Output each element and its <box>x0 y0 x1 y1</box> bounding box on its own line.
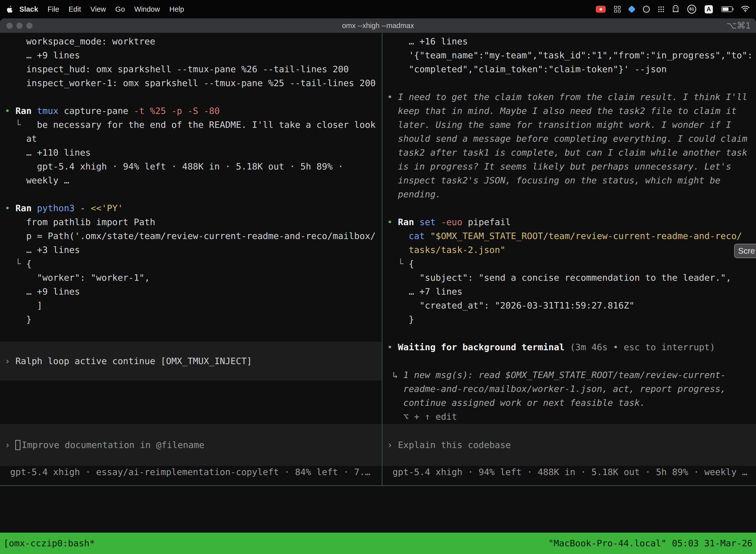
prompt-chevron: › <box>5 438 15 452</box>
input-source-letter: A <box>707 6 711 13</box>
terminal-line: "created_at": "2026-03-31T11:59:27.816Z" <box>387 298 756 313</box>
gauge-icon[interactable]: 61 <box>687 5 696 14</box>
terminal-line: at <box>5 132 382 146</box>
terminal-line: "completed","claim_token":"claim-token"}… <box>387 62 756 76</box>
left-input-placeholder: Improve documentation in @filename <box>21 438 204 452</box>
omx-hud-statusline: [OMX#0.11.9] cczip/essay/ai-reimplementa… <box>4 493 692 507</box>
left-prompt-input[interactable]: › Improve documentation in @filename <box>0 424 382 466</box>
minimize-button[interactable] <box>16 22 22 29</box>
terminal-line: } <box>387 313 756 326</box>
battery-icon[interactable] <box>721 6 733 12</box>
wifi-icon[interactable] <box>741 5 750 13</box>
window-shortcut-hint: ⌥⌘1 <box>726 18 751 33</box>
raycast-icon[interactable] <box>628 5 635 13</box>
terminal-line: p = Path('.omx/state/team/review-current… <box>5 229 382 243</box>
tmux-host-time: "MacBook-Pro-44.local" 05:03 31-Mar-26 <box>548 536 753 550</box>
terminal-line: … +3 lines <box>5 243 382 257</box>
terminal-line: "worker": "worker-1", <box>5 271 382 285</box>
menu-go[interactable]: Go <box>111 5 130 13</box>
gauge-value: 61 <box>690 7 694 12</box>
terminal-line <box>5 90 382 104</box>
menu-bar-left: Slack FileEditViewGoWindowHelp <box>7 5 189 13</box>
screen-overlay-button[interactable]: Scre <box>734 244 756 258</box>
terminal-line: inspect_hud: omx sparkshell --tmux-pane … <box>5 62 382 76</box>
terminal-line: • Ran python3 - <<'PY' <box>5 201 382 215</box>
tmux-pane-left[interactable]: workspace_mode: worktree … +9 lines insp… <box>0 33 382 485</box>
terminal-line <box>387 76 756 90</box>
terminal-line: ↳ 1 new msg(s): read $OMX_TEAM_STATE_ROO… <box>387 368 756 382</box>
terminal-line: continue assigned work or next feasible … <box>387 396 756 410</box>
right-prompt-input[interactable]: › Explain this codebase <box>382 424 756 466</box>
terminal-line <box>387 201 756 215</box>
tmux-status-bar: [omx-cczip0:bash* "MacBook-Pro-44.local"… <box>0 533 756 554</box>
terminal-line <box>387 326 756 340</box>
apple-menu-icon[interactable] <box>7 6 13 13</box>
screen-recording-icon[interactable] <box>596 6 606 13</box>
prompt-chevron: › <box>387 438 398 452</box>
terminal-line: └ { <box>387 257 756 271</box>
terminal-line: gpt-5.4 xhigh · 94% left · 488K in · 5.1… <box>5 160 382 173</box>
terminal-line: workspace_mode: worktree <box>5 35 382 48</box>
terminal-window: omx --xhigh --madmax ⌥⌘1 workspace_mode:… <box>0 18 756 554</box>
terminal-line: pending. <box>387 187 756 201</box>
menu-items: FileEditViewGoWindowHelp <box>43 5 189 13</box>
terminal-line: • Ran tmux capture-pane -t %25 -p -S -80 <box>5 104 382 118</box>
window-title: omx --xhigh --madmax <box>342 21 414 30</box>
terminal-line: … +110 lines <box>5 146 382 160</box>
horizontal-pane-border <box>0 485 756 486</box>
terminal-line: └ be necessary for the end of the README… <box>5 118 382 132</box>
ralph-loop-notice: › Ralph loop active continue [OMX_TMUX_I… <box>5 354 252 368</box>
terminal-line: task2 after task1 is complete, but can I… <box>387 146 756 160</box>
left-scrollback: workspace_mode: worktree … +9 lines insp… <box>0 33 382 326</box>
terminal-line: "subject": "send a concise recommendatio… <box>387 271 756 285</box>
terminal-line: weekly … <box>5 173 382 187</box>
menu-edit[interactable]: Edit <box>64 5 86 13</box>
terminal-line <box>387 354 756 368</box>
terminal-line: from pathlib import Path <box>5 215 382 229</box>
terminal-line <box>5 187 382 201</box>
terminal-line: } <box>5 313 382 326</box>
menu-help[interactable]: Help <box>165 5 189 13</box>
menu-view[interactable]: View <box>86 5 111 13</box>
terminal-line: … +9 lines <box>5 48 382 62</box>
terminal-line: keep that in mind. Maybe I also need the… <box>387 104 756 118</box>
dots-grid-icon[interactable] <box>658 6 664 12</box>
left-notice-band: › Ralph loop active continue [OMX_TMUX_I… <box>0 342 382 381</box>
terminal-line: later. Using the same for transition mig… <box>387 118 756 132</box>
traffic-lights <box>6 18 33 33</box>
left-working-status: • Working (6m 38s • esc to interrupt) <box>0 396 247 409</box>
app-menu-slack[interactable]: Slack <box>19 5 43 13</box>
grid-icon[interactable] <box>614 6 621 12</box>
text-cursor <box>15 440 20 450</box>
tmux-pane-right[interactable]: … +16 lines '{"team_name":"my-team","tas… <box>382 33 756 485</box>
terminal-line: └ { <box>5 257 382 271</box>
terminal-line: cat "$OMX_TEAM_STATE_ROOT/team/review-cu… <box>387 229 756 243</box>
circle-app-icon[interactable] <box>643 6 650 13</box>
screen: { "menu_bar": { "app_name": "Slack", "it… <box>0 0 756 554</box>
window-titlebar[interactable]: omx --xhigh --madmax ⌥⌘1 <box>0 18 756 33</box>
right-scrollback: … +16 lines '{"team_name":"my-team","tas… <box>382 33 756 424</box>
terminal-line: … +9 lines <box>5 285 382 298</box>
terminal-line: ⌥ + ↑ edit <box>387 410 756 424</box>
menu-bar-status-icons: 61 A <box>596 5 750 14</box>
menu-window[interactable]: Window <box>130 5 165 13</box>
right-input-text: Explain this codebase <box>398 438 511 452</box>
input-source-icon[interactable]: A <box>705 5 713 13</box>
terminal-line: • Ran set -euo pipefail <box>387 215 756 229</box>
terminal-line: • Waiting for background terminal (3m 46… <box>387 340 756 354</box>
terminal-area: workspace_mode: worktree … +9 lines insp… <box>0 33 756 554</box>
terminal-line: should send a message before completing … <box>387 132 756 146</box>
terminal-line: tasks/task-2.json" <box>387 243 756 257</box>
close-button[interactable] <box>6 22 13 29</box>
terminal-line: inspect_worker-1: omx sparkshell --tmux-… <box>5 76 382 90</box>
menu-bar: Slack FileEditViewGoWindowHelp 61 A <box>0 0 756 18</box>
terminal-line: ] <box>5 298 382 313</box>
menu-file[interactable]: File <box>43 5 64 13</box>
right-pane-statusline: gpt-5.4 xhigh · 94% left · 488K in · 5.1… <box>382 465 747 479</box>
ghost-icon[interactable] <box>673 5 679 13</box>
terminal-line: readme-and-reco/mailbox/worker-1.json, a… <box>387 382 756 396</box>
terminal-line: is in progress? It seems likely but perh… <box>387 160 756 173</box>
tmux-session-window: [omx-cczip0:bash* <box>3 536 95 550</box>
zoom-button[interactable] <box>26 22 33 29</box>
left-pane-statusline: gpt-5.4 xhigh · essay/ai-reimplementatio… <box>0 465 370 479</box>
